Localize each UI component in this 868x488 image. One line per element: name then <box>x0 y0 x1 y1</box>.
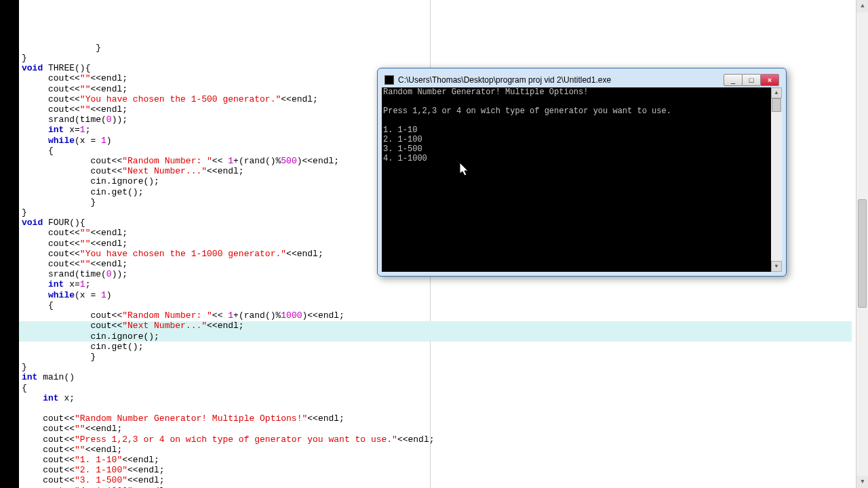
code-line: cout<<"Next Number..."<<endl; <box>22 321 852 331</box>
code-line: cin.ignore(); <box>22 176 852 186</box>
code-line: int x=1; <box>22 279 852 289</box>
code-line: srand(time(0)); <box>22 269 852 279</box>
editor-scrollbar[interactable]: ▲ ▼ <box>856 0 868 488</box>
code-line: cout<<""<<endl; <box>22 228 852 238</box>
code-line: } <box>22 352 852 362</box>
code-line: cout<<""<<endl; <box>22 445 852 455</box>
code-line: cin.get(); <box>22 187 852 197</box>
code-line: cout<<"2. 1-100"<<endl; <box>22 465 852 475</box>
code-line: } <box>22 362 852 372</box>
code-line: cout<<"Press 1,2,3 or 4 on wich type of … <box>22 434 852 445</box>
code-line: cout<<"4. 1-1000"<<endl; <box>22 486 852 488</box>
code-line: cout<<"3. 1-500"<<endl; <box>22 475 852 485</box>
code-line: cout<<"Random Number: "<< 1+(rand()%500)… <box>22 156 852 166</box>
code-line: cout<<""<<endl; <box>22 104 852 115</box>
code-line: } <box>22 207 852 218</box>
code-line: } <box>22 197 852 207</box>
code-line: void THREE(){ <box>22 63 852 73</box>
scroll-down-button[interactable]: ▼ <box>856 476 868 488</box>
code-line: { <box>22 300 852 310</box>
code-line: cout<<"1. 1-10"<<endl; <box>22 455 852 465</box>
code-line: while(x = 1) <box>22 136 852 146</box>
code-line: cout<<"You have chosen the 1-500 generat… <box>22 94 852 104</box>
code-line: int x=1; <box>22 125 852 135</box>
code-line: cout<<""<<endl; <box>22 239 852 249</box>
scroll-up-button[interactable]: ▲ <box>856 0 868 12</box>
code-line: { <box>22 383 852 393</box>
code-line: srand(time(0)); <box>22 115 852 125</box>
scroll-thumb[interactable] <box>858 199 867 308</box>
code-line: cout<<"You have chosen the 1-1000 genera… <box>22 249 852 259</box>
code-line: cout<<""<<endl; <box>22 73 852 83</box>
code-area[interactable]: }}void THREE(){ cout<<""<<endl; cout<<""… <box>19 0 854 488</box>
code-line: void FOUR(){ <box>22 218 852 228</box>
code-line: cin.ignore(); <box>22 331 852 342</box>
code-editor[interactable]: }}void THREE(){ cout<<""<<endl; cout<<""… <box>0 0 854 488</box>
scroll-track[interactable] <box>856 12 868 476</box>
code-line: int x; <box>22 393 852 403</box>
code-line: cout<<""<<endl; <box>22 259 852 269</box>
code-line <box>22 403 852 413</box>
code-line: cout<<"Next Number..."<<endl; <box>22 166 852 176</box>
code-line: } <box>22 43 852 53</box>
code-line: { <box>22 146 852 156</box>
code-line: while(x = 1) <box>22 290 852 300</box>
code-line: int main() <box>22 372 852 382</box>
code-line: cout<<""<<endl; <box>22 84 852 94</box>
code-line: cout<<"Random Number Generator! Multiple… <box>22 413 852 424</box>
code-line: } <box>22 53 852 63</box>
code-line: cout<<"Random Number: "<< 1+(rand()%1000… <box>22 310 852 321</box>
code-line: cin.get(); <box>22 342 852 352</box>
code-line: cout<<""<<endl; <box>22 424 852 434</box>
editor-gutter <box>0 0 19 488</box>
